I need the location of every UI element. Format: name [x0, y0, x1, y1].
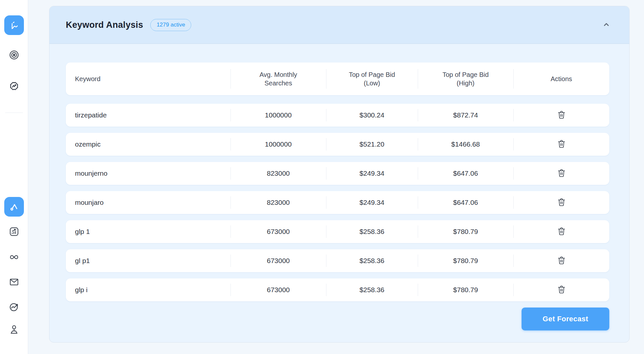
keyword-cell: mounjerno [66, 162, 230, 185]
delete-keyword-button[interactable] [555, 254, 568, 267]
gear-zigzag-icon [9, 80, 20, 92]
sidebar-item-analytics[interactable] [4, 15, 24, 35]
sidebar-divider [5, 113, 23, 113]
bid-high-cell: $872.74 [418, 104, 513, 127]
sidebar-item-location[interactable] [4, 320, 24, 339]
delete-keyword-button[interactable] [555, 109, 568, 122]
searches-cell: 1000000 [230, 133, 326, 156]
bid-high-cell: $1466.68 [418, 133, 513, 156]
table-footer: Get Forecast [66, 308, 609, 330]
line-chart-icon [9, 20, 19, 30]
page-title: Keyword Analysis [66, 20, 143, 30]
sidebar-item-target[interactable] [4, 45, 24, 65]
delete-keyword-button[interactable] [555, 196, 568, 209]
panel-body: Keyword Avg. Monthly Searches Top of Pag… [49, 44, 629, 330]
sidebar [0, 0, 28, 354]
sidebar-item-email[interactable] [4, 272, 24, 292]
target-icon [9, 49, 20, 61]
get-forecast-button[interactable]: Get Forecast [522, 308, 609, 330]
chart-box-icon [9, 226, 20, 237]
searches-cell: 823000 [230, 191, 326, 214]
delete-keyword-button[interactable] [555, 225, 568, 238]
bid-low-cell: $258.36 [326, 220, 418, 243]
map-pin-icon [9, 324, 20, 335]
bid-low-cell: $249.34 [326, 191, 418, 214]
keyword-cell: glp i [66, 278, 230, 301]
bid-high-cell: $780.79 [418, 249, 513, 272]
bid-high-cell: $647.06 [418, 162, 513, 185]
trend-search-icon [9, 301, 20, 312]
mail-icon [9, 276, 20, 288]
bid-high-cell: $647.06 [418, 191, 513, 214]
keyword-cell: glp 1 [66, 220, 230, 243]
trash-icon [557, 256, 566, 266]
trash-icon [557, 110, 566, 121]
searches-cell: 673000 [230, 278, 326, 301]
table-row: tirzepatide 1000000 $300.24 $872.74 [66, 104, 609, 127]
table-row: mounjerno 823000 $249.34 $647.06 [66, 162, 609, 185]
trash-icon [557, 285, 566, 295]
collapse-panel-button[interactable] [599, 18, 614, 32]
sidebar-item-meta[interactable] [4, 247, 24, 267]
sidebar-item-performance[interactable] [4, 297, 24, 317]
bid-low-cell: $521.20 [326, 133, 418, 156]
keyword-cell: mounjaro [66, 191, 230, 214]
searches-cell: 1000000 [230, 104, 326, 127]
trash-icon [557, 226, 566, 237]
column-header-bid-high: Top of Page Bid (High) [418, 62, 513, 95]
searches-cell: 823000 [230, 162, 326, 185]
delete-keyword-button[interactable] [555, 138, 568, 151]
table-row: glp i 673000 $258.36 $780.79 [66, 278, 609, 301]
searches-cell: 673000 [230, 249, 326, 272]
column-header-actions: Actions [513, 62, 609, 95]
bid-high-cell: $780.79 [418, 278, 513, 301]
sidebar-item-google-ads[interactable] [4, 197, 24, 217]
delete-keyword-button[interactable] [555, 283, 568, 296]
keyword-cell: gl p1 [66, 249, 230, 272]
column-header-bid-low: Top of Page Bid (Low) [326, 62, 418, 95]
table-row: gl p1 673000 $258.36 $780.79 [66, 249, 609, 272]
trash-icon [557, 168, 566, 179]
table-row: glp 1 673000 $258.36 $780.79 [66, 220, 609, 243]
table-row: ozempic 1000000 $521.20 $1466.68 [66, 133, 609, 156]
bid-low-cell: $249.34 [326, 162, 418, 185]
panel-header: Keyword Analysis 1279 active [49, 6, 629, 44]
bid-low-cell: $258.36 [326, 278, 418, 301]
keyword-analysis-panel: Keyword Analysis 1279 active Keyword Avg… [49, 6, 630, 343]
active-count-badge: 1279 active [150, 19, 191, 31]
keyword-cell: tirzepatide [66, 104, 230, 127]
table-header-row: Keyword Avg. Monthly Searches Top of Pag… [66, 62, 609, 95]
sidebar-item-automation[interactable] [4, 76, 24, 96]
bid-high-cell: $780.79 [418, 220, 513, 243]
delete-keyword-button[interactable] [555, 167, 568, 180]
meta-icon [9, 252, 20, 263]
bid-low-cell: $300.24 [326, 104, 418, 127]
column-header-avg-monthly-searches: Avg. Monthly Searches [230, 62, 326, 95]
bid-low-cell: $258.36 [326, 249, 418, 272]
trash-icon [557, 139, 566, 150]
table-row: mounjaro 823000 $249.34 $647.06 [66, 191, 609, 214]
column-header-keyword: Keyword [66, 62, 230, 95]
keyword-cell: ozempic [66, 133, 230, 156]
sidebar-item-reports[interactable] [4, 222, 24, 241]
google-ads-icon [9, 202, 19, 212]
trash-icon [557, 197, 566, 208]
searches-cell: 673000 [230, 220, 326, 243]
chevron-up-icon [602, 20, 611, 30]
